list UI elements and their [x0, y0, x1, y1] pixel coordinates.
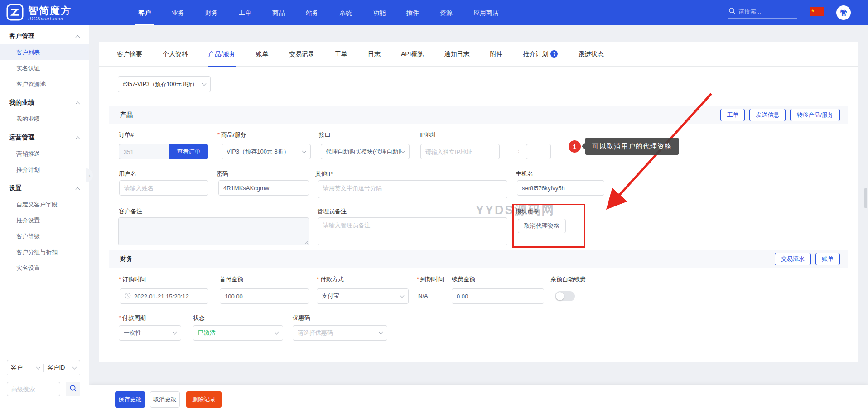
help-icon[interactable]: ?	[550, 50, 558, 58]
sidebar-item-customer-pool[interactable]: 客户资源池	[0, 76, 89, 92]
nav-item-product[interactable]: 商品	[272, 0, 285, 25]
tab-profile[interactable]: 个人资料	[163, 42, 188, 67]
password-label: 密码	[217, 170, 228, 178]
tab-notify-logs[interactable]: 通知日志	[444, 42, 469, 67]
logo-title: 智简魔方	[28, 5, 72, 16]
ip-input[interactable]	[420, 144, 500, 159]
nav-item-plugin[interactable]: 插件	[406, 0, 419, 25]
renew-amount-input[interactable]	[452, 288, 544, 304]
order-label: 订单#	[119, 131, 134, 139]
chevron-up-icon	[76, 35, 80, 39]
order-time-input[interactable]: 2022-01-21 15:20:12	[120, 288, 208, 304]
nav-item-function[interactable]: 功能	[373, 0, 386, 25]
global-search-input[interactable]	[738, 8, 788, 15]
sidebar-item-realname-auth[interactable]: 实名认证	[0, 60, 89, 76]
pay-method-select[interactable]: 支付宝	[317, 288, 409, 304]
tab-customer-summary[interactable]: 客户摘要	[117, 42, 142, 67]
sidebar-group-operations[interactable]: 运营管理	[0, 130, 89, 146]
advanced-search-input[interactable]	[7, 382, 60, 396]
interface-select-value: 代理自助购买模块(代理自助购	[326, 148, 401, 156]
sidebar-item-marketing-push[interactable]: 营销推送	[0, 146, 89, 162]
filter-field-select[interactable]: 客户ID	[44, 364, 80, 372]
view-order-button[interactable]: 查看订单	[169, 144, 208, 159]
goods-label: *商品/服务	[217, 131, 246, 139]
delete-record-button[interactable]: 删除记录	[186, 391, 222, 408]
cancel-agent-button[interactable]: 取消代理资格	[518, 219, 566, 233]
nav-item-site[interactable]: 站务	[306, 0, 318, 25]
nav-item-resource[interactable]: 资源	[440, 0, 453, 25]
filter-field-value: 客户ID	[48, 364, 65, 372]
app-logo[interactable]: 智简魔方 IDCSmart.com	[6, 4, 72, 23]
order-id-input	[119, 144, 169, 159]
sidebar-group-my-performance[interactable]: 我的业绩	[0, 95, 89, 111]
tab-logs[interactable]: 日志	[368, 42, 381, 67]
password-input[interactable]	[218, 180, 309, 196]
sidebar-item-my-performance[interactable]: 我的业绩	[0, 111, 89, 127]
sidebar-item-referral-plan[interactable]: 推介计划	[0, 162, 89, 178]
clock-icon	[125, 293, 131, 300]
tab-follow-status[interactable]: 跟进状态	[578, 42, 603, 67]
first-amount-input[interactable]	[220, 288, 309, 304]
sidebar-group-customer-mgmt[interactable]: 客户管理	[0, 28, 89, 44]
advanced-search-button[interactable]	[66, 382, 80, 396]
tab-invoices[interactable]: 账单	[256, 42, 269, 67]
coupon-select[interactable]: 请选择优惠码	[293, 325, 387, 341]
order-time-value: 2022-01-21 15:20:12	[134, 293, 189, 300]
filter-type-value: 客户	[11, 364, 23, 372]
sidebar-item-realname-settings[interactable]: 实名设置	[0, 260, 89, 276]
invoices-button[interactable]: 账单	[815, 253, 840, 265]
status-select[interactable]: 已激活	[193, 325, 283, 341]
hostname-input[interactable]	[517, 180, 604, 196]
filter-type-select[interactable]: 客户	[7, 364, 43, 372]
client-notes-textarea	[118, 217, 309, 245]
pay-cycle-select[interactable]: 一次性	[119, 325, 181, 341]
sidebar-item-customer-list[interactable]: 客户列表	[0, 44, 89, 60]
admin-notes-field	[318, 217, 507, 245]
send-message-button[interactable]: 发送信息	[749, 109, 786, 121]
nav-item-customer[interactable]: 客户	[138, 0, 151, 25]
save-changes-button[interactable]: 保存更改	[115, 391, 145, 408]
sidebar-item-referral-settings[interactable]: 推介设置	[0, 212, 89, 228]
tab-products[interactable]: 产品/服务	[208, 42, 236, 67]
nav-item-ticket[interactable]: 工单	[239, 0, 251, 25]
ticket-button[interactable]: 工单	[720, 109, 745, 121]
language-flag-icon[interactable]	[810, 7, 824, 18]
admin-notes-textarea[interactable]	[318, 217, 507, 245]
sidebar-footer: 客户 客户ID	[0, 354, 89, 413]
sidebar-group-settings[interactable]: 设置	[0, 180, 89, 197]
sidebar: 客户管理 客户列表 实名认证 客户资源池 我的业绩 我的业绩 运营管理 营销推送…	[0, 25, 89, 413]
cancel-changes-button[interactable]: 取消更改	[150, 391, 180, 408]
nav-item-appstore[interactable]: 应用商店	[473, 0, 499, 25]
chevron-down-icon	[400, 293, 405, 298]
chevron-down-icon	[72, 365, 77, 369]
global-search[interactable]	[728, 7, 797, 19]
avatar[interactable]: 管	[836, 5, 851, 20]
product-section-title: 产品	[120, 111, 133, 119]
sidebar-item-customer-group-discount[interactable]: 客户分组与折扣	[0, 244, 89, 260]
tab-referral-plan[interactable]: 推介计划 ?	[523, 42, 558, 67]
username-input[interactable]	[119, 180, 208, 196]
pay-method-value: 支付宝	[322, 292, 339, 300]
nav-item-system[interactable]: 系统	[339, 0, 352, 25]
transfer-service-button[interactable]: 转移产品/服务	[790, 109, 840, 121]
page-scrollbar[interactable]	[864, 188, 867, 208]
tab-attachments[interactable]: 附件	[490, 42, 502, 67]
interface-select[interactable]: 代理自助购买模块(代理自助购	[321, 144, 410, 159]
logo-subtitle: IDCSmart.com	[28, 16, 72, 21]
transactions-button[interactable]: 交易流水	[775, 253, 811, 265]
service-picker[interactable]: #357-VIP3（预存100元 8折）	[118, 76, 211, 92]
sidebar-item-custom-fields[interactable]: 自定义客户字段	[0, 197, 89, 212]
nav-item-business[interactable]: 业务	[172, 0, 184, 25]
nav-item-finance[interactable]: 财务	[205, 0, 218, 25]
tab-tickets[interactable]: 工单	[335, 42, 347, 67]
goods-select[interactable]: VIP3（预存100元 8折）	[222, 144, 311, 159]
tab-api-overview[interactable]: API概览	[401, 42, 424, 67]
detail-tabs: 客户摘要 个人资料 产品/服务 账单 交易记录 工单 日志 API概览 通知日志…	[99, 42, 858, 67]
ip-separator: :	[518, 148, 520, 154]
auto-renew-toggle[interactable]	[555, 291, 575, 301]
tab-transactions[interactable]: 交易记录	[289, 42, 314, 67]
ip-port-input[interactable]	[526, 144, 551, 159]
other-ip-textarea[interactable]	[318, 180, 507, 198]
sidebar-item-customer-level[interactable]: 客户等级	[0, 228, 89, 244]
main-area: 客户摘要 个人资料 产品/服务 账单 交易记录 工单 日志 API概览 通知日志…	[89, 25, 868, 413]
